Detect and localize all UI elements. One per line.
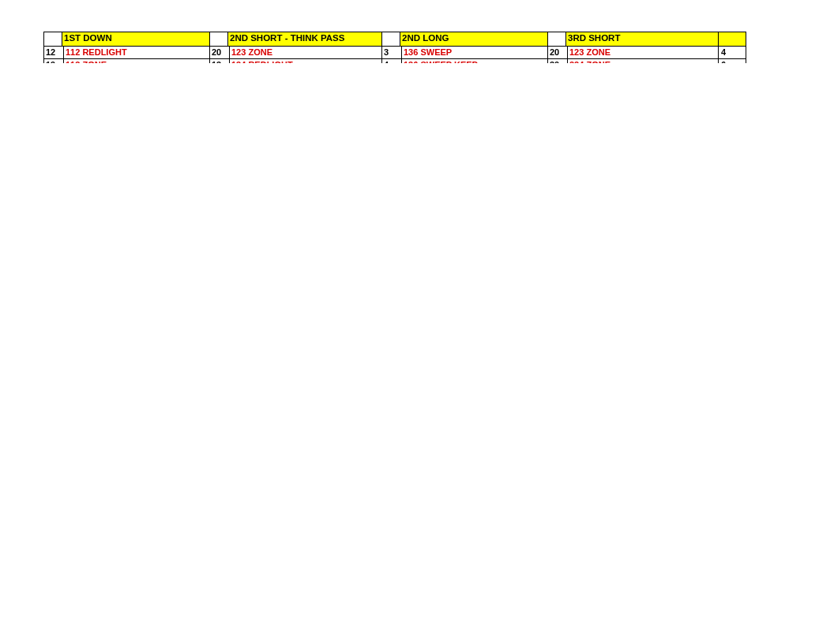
play-number: 3 [382, 47, 402, 58]
play-row: 13134 REDLIGHT [209, 58, 383, 64]
play-number: 13 [210, 59, 230, 64]
col3-header: 2ND LONG [381, 32, 549, 47]
play-row: 20123 ZONE [209, 46, 383, 59]
play-name: 112 REDLIGHT [64, 47, 210, 58]
col3-header-label: 2ND LONG [400, 32, 548, 46]
play-name: 123 ZONE [230, 47, 382, 58]
play-row: 4136 SWEEP KEEP [381, 58, 549, 64]
play-number: 4 [382, 59, 402, 64]
col1-header: 1ST DOWN [43, 32, 211, 47]
play-name: 136 SWEEP [402, 47, 548, 58]
column-3rd-short: 3RD SHORT 20123 ZONE30224 ZONE15233 REDL… [547, 32, 719, 63]
play-row: 19113 ZONE [43, 58, 211, 64]
column-2nd-long: 2ND LONG 3136 SWEEP4136 SWEEP KEEP5235 S… [381, 32, 549, 63]
play-number: 30 [548, 59, 568, 64]
col5-number: 6 [718, 58, 746, 64]
play-row: 3136 SWEEP [381, 46, 549, 59]
play-number: 20 [210, 47, 230, 58]
col4-header-label: 3RD SHORT [566, 32, 719, 46]
col5-number: 4 [718, 46, 746, 59]
play-name: 123 ZONE [568, 47, 719, 58]
play-number: 19 [44, 59, 64, 64]
play-row: 30224 ZONE [547, 58, 719, 64]
play-name: 136 SWEEP KEEP [402, 59, 548, 64]
play-name: 113 ZONE [64, 59, 210, 64]
column-1st-down: 1ST DOWN 12112 REDLIGHT19113 ZONE1115 SW… [43, 32, 211, 63]
col5-header [718, 32, 746, 47]
col1-header-label: 1ST DOWN [62, 32, 210, 46]
column-5-numbers: 4646717477 [718, 32, 746, 63]
play-name: 134 REDLIGHT [230, 59, 382, 64]
play-number: 20 [548, 47, 568, 58]
play-name: 224 ZONE [568, 59, 719, 64]
col2-header-label: 2ND SHORT - THINK PASS [228, 32, 382, 46]
play-number: 12 [44, 47, 64, 58]
col2-header: 2ND SHORT - THINK PASS [209, 32, 383, 47]
col4-header: 3RD SHORT [547, 32, 719, 47]
column-2nd-short: 2ND SHORT - THINK PASS 20123 ZONE13134 R… [209, 32, 383, 63]
play-row: 12112 REDLIGHT [43, 46, 211, 59]
play-row: 20123 ZONE [547, 46, 719, 59]
